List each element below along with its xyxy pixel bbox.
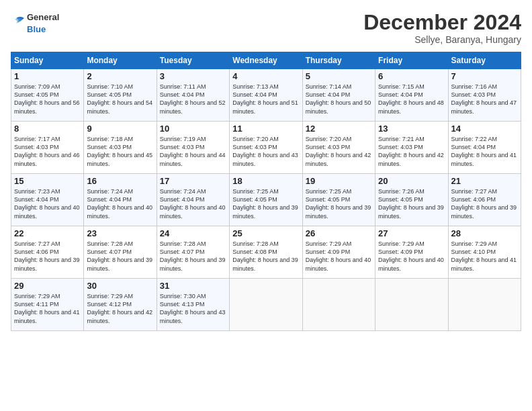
day-number: 24 <box>160 228 226 238</box>
week-row-2: 8 Sunrise: 7:17 AM Sunset: 4:03 PM Dayli… <box>11 122 521 174</box>
calendar-cell: 3 Sunrise: 7:11 AM Sunset: 4:04 PM Dayli… <box>157 69 229 122</box>
calendar-cell: 7 Sunrise: 7:16 AM Sunset: 4:03 PM Dayli… <box>448 69 521 122</box>
calendar-cell <box>230 279 302 331</box>
day-number: 26 <box>306 228 372 238</box>
week-row-1: 1 Sunrise: 7:09 AM Sunset: 4:05 PM Dayli… <box>11 69 521 122</box>
cell-content: Sunrise: 7:25 AM Sunset: 4:05 PM Dayligh… <box>232 187 299 220</box>
calendar-cell: 26 Sunrise: 7:29 AM Sunset: 4:09 PM Dayl… <box>302 226 375 279</box>
header-saturday: Saturday <box>448 52 521 69</box>
logo-blue: Blue <box>27 24 46 34</box>
calendar-cell: 14 Sunrise: 7:22 AM Sunset: 4:04 PM Dayl… <box>448 122 521 174</box>
header-thursday: Thursday <box>302 52 375 69</box>
cell-content: Sunrise: 7:14 AM Sunset: 4:04 PM Dayligh… <box>306 83 372 116</box>
day-number: 2 <box>87 71 153 81</box>
cell-content: Sunrise: 7:29 AM Sunset: 4:11 PM Dayligh… <box>14 292 81 325</box>
day-number: 12 <box>306 124 372 134</box>
calendar-cell: 5 Sunrise: 7:14 AM Sunset: 4:04 PM Dayli… <box>302 69 375 122</box>
cell-content: Sunrise: 7:21 AM Sunset: 4:03 PM Dayligh… <box>378 135 445 168</box>
calendar-cell: 15 Sunrise: 7:23 AM Sunset: 4:04 PM Dayl… <box>11 174 84 226</box>
day-number: 15 <box>14 176 81 186</box>
day-number: 21 <box>451 176 518 186</box>
cell-content: Sunrise: 7:15 AM Sunset: 4:04 PM Dayligh… <box>378 83 445 116</box>
day-number: 14 <box>451 124 518 134</box>
cell-content: Sunrise: 7:20 AM Sunset: 4:03 PM Dayligh… <box>232 135 299 168</box>
day-number: 1 <box>14 71 81 81</box>
cell-content: Sunrise: 7:27 AM Sunset: 4:06 PM Dayligh… <box>451 187 518 220</box>
day-number: 16 <box>87 176 153 186</box>
calendar-cell: 30 Sunrise: 7:29 AM Sunset: 4:12 PM Dayl… <box>84 279 157 331</box>
day-number: 29 <box>14 281 81 291</box>
calendar-cell: 8 Sunrise: 7:17 AM Sunset: 4:03 PM Dayli… <box>11 122 84 174</box>
cell-content: Sunrise: 7:29 AM Sunset: 4:12 PM Dayligh… <box>87 292 153 325</box>
header-monday: Monday <box>84 52 157 69</box>
header-tuesday: Tuesday <box>157 52 229 69</box>
location-subtitle: Sellye, Baranya, Hungary <box>363 34 521 45</box>
calendar-cell: 21 Sunrise: 7:27 AM Sunset: 4:06 PM Dayl… <box>448 174 521 226</box>
cell-content: Sunrise: 7:29 AM Sunset: 4:09 PM Dayligh… <box>306 240 372 273</box>
calendar-cell: 12 Sunrise: 7:20 AM Sunset: 4:03 PM Dayl… <box>302 122 375 174</box>
cell-content: Sunrise: 7:29 AM Sunset: 4:10 PM Dayligh… <box>451 240 518 273</box>
day-number: 27 <box>378 228 445 238</box>
calendar-cell: 19 Sunrise: 7:25 AM Sunset: 4:05 PM Dayl… <box>302 174 375 226</box>
day-number: 9 <box>87 124 153 134</box>
cell-content: Sunrise: 7:20 AM Sunset: 4:03 PM Dayligh… <box>306 135 372 168</box>
cell-content: Sunrise: 7:27 AM Sunset: 4:06 PM Dayligh… <box>14 240 81 273</box>
day-number: 4 <box>232 71 299 81</box>
cell-content: Sunrise: 7:24 AM Sunset: 4:04 PM Dayligh… <box>87 187 153 220</box>
cell-content: Sunrise: 7:29 AM Sunset: 4:09 PM Dayligh… <box>378 240 445 273</box>
day-number: 30 <box>87 281 153 291</box>
header-sunday: Sunday <box>11 52 84 69</box>
calendar-cell <box>302 279 375 331</box>
day-number: 28 <box>451 228 518 238</box>
cell-content: Sunrise: 7:28 AM Sunset: 4:07 PM Dayligh… <box>87 240 153 273</box>
cell-content: Sunrise: 7:26 AM Sunset: 4:05 PM Dayligh… <box>378 187 445 220</box>
month-title: December 2024 <box>363 11 521 34</box>
week-row-4: 22 Sunrise: 7:27 AM Sunset: 4:06 PM Dayl… <box>11 226 521 279</box>
cell-content: Sunrise: 7:25 AM Sunset: 4:05 PM Dayligh… <box>306 187 372 220</box>
calendar-cell: 27 Sunrise: 7:29 AM Sunset: 4:09 PM Dayl… <box>375 226 448 279</box>
cell-content: Sunrise: 7:19 AM Sunset: 4:03 PM Dayligh… <box>160 135 226 168</box>
calendar-cell: 6 Sunrise: 7:15 AM Sunset: 4:04 PM Dayli… <box>375 69 448 122</box>
calendar-cell: 23 Sunrise: 7:28 AM Sunset: 4:07 PM Dayl… <box>84 226 157 279</box>
day-number: 23 <box>87 228 153 238</box>
day-number: 8 <box>14 124 81 134</box>
calendar-cell: 24 Sunrise: 7:28 AM Sunset: 4:07 PM Dayl… <box>157 226 229 279</box>
day-number: 11 <box>232 124 299 134</box>
day-number: 10 <box>160 124 226 134</box>
week-row-3: 15 Sunrise: 7:23 AM Sunset: 4:04 PM Dayl… <box>11 174 521 226</box>
cell-content: Sunrise: 7:18 AM Sunset: 4:03 PM Dayligh… <box>87 135 153 168</box>
cell-content: Sunrise: 7:30 AM Sunset: 4:13 PM Dayligh… <box>160 292 226 325</box>
day-number: 3 <box>160 71 226 81</box>
cell-content: Sunrise: 7:28 AM Sunset: 4:08 PM Dayligh… <box>232 240 299 273</box>
day-number: 13 <box>378 124 445 134</box>
calendar-cell: 13 Sunrise: 7:21 AM Sunset: 4:03 PM Dayl… <box>375 122 448 174</box>
calendar-cell: 4 Sunrise: 7:13 AM Sunset: 4:04 PM Dayli… <box>230 69 302 122</box>
calendar-cell: 11 Sunrise: 7:20 AM Sunset: 4:03 PM Dayl… <box>230 122 302 174</box>
day-number: 6 <box>378 71 445 81</box>
cell-content: Sunrise: 7:28 AM Sunset: 4:07 PM Dayligh… <box>160 240 226 273</box>
day-number: 5 <box>306 71 372 81</box>
day-number: 25 <box>232 228 299 238</box>
header-friday: Friday <box>375 52 448 69</box>
logo-general: General <box>27 12 59 22</box>
day-number: 19 <box>306 176 372 186</box>
calendar-cell <box>448 279 521 331</box>
day-number: 18 <box>232 176 299 186</box>
header-wednesday: Wednesday <box>230 52 302 69</box>
calendar-page: General Blue December 2024 Sellye, Baran… <box>0 0 532 411</box>
cell-content: Sunrise: 7:17 AM Sunset: 4:03 PM Dayligh… <box>14 135 81 168</box>
calendar-table: SundayMondayTuesdayWednesdayThursdayFrid… <box>11 52 521 331</box>
cell-content: Sunrise: 7:13 AM Sunset: 4:04 PM Dayligh… <box>232 83 299 116</box>
calendar-cell: 31 Sunrise: 7:30 AM Sunset: 4:13 PM Dayl… <box>157 279 229 331</box>
calendar-cell: 18 Sunrise: 7:25 AM Sunset: 4:05 PM Dayl… <box>230 174 302 226</box>
cell-content: Sunrise: 7:09 AM Sunset: 4:05 PM Dayligh… <box>14 83 81 116</box>
calendar-cell: 9 Sunrise: 7:18 AM Sunset: 4:03 PM Dayli… <box>84 122 157 174</box>
page-header: General Blue December 2024 Sellye, Baran… <box>11 11 521 45</box>
week-row-5: 29 Sunrise: 7:29 AM Sunset: 4:11 PM Dayl… <box>11 279 521 331</box>
cell-content: Sunrise: 7:24 AM Sunset: 4:04 PM Dayligh… <box>160 187 226 220</box>
title-block: December 2024 Sellye, Baranya, Hungary <box>363 11 521 45</box>
calendar-cell: 17 Sunrise: 7:24 AM Sunset: 4:04 PM Dayl… <box>157 174 229 226</box>
day-number: 22 <box>14 228 81 238</box>
calendar-cell: 2 Sunrise: 7:10 AM Sunset: 4:05 PM Dayli… <box>84 69 157 122</box>
calendar-cell: 22 Sunrise: 7:27 AM Sunset: 4:06 PM Dayl… <box>11 226 84 279</box>
